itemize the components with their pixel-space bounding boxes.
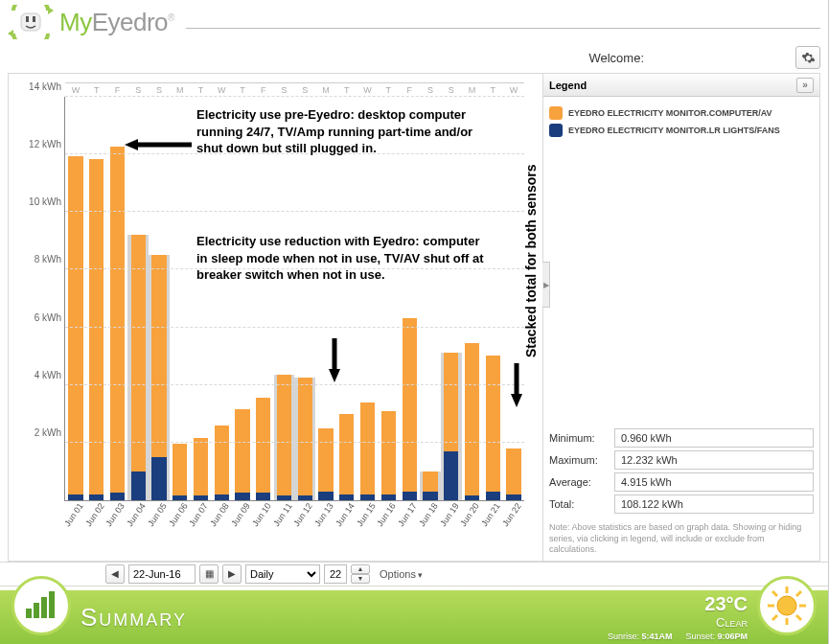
x-axis-tick: Jun 21 (479, 501, 502, 528)
count-down-button[interactable]: ▼ (351, 574, 370, 584)
arrow-icon (327, 338, 342, 382)
svg-marker-10 (511, 394, 522, 407)
y-axis-tick: 14 kWh (19, 81, 65, 92)
count-input[interactable] (324, 564, 347, 584)
legend-expand-button[interactable]: » (796, 78, 814, 93)
x-axis-tick: Jun 14 (334, 501, 357, 528)
x-axis-tick: Jun 10 (250, 501, 273, 528)
svg-rect-14 (49, 591, 55, 618)
count-up-button[interactable]: ▲ (351, 564, 370, 574)
stats-block: Minimum:0.960 kWh Maximum:12.232 kWh Ave… (543, 422, 819, 520)
sunset-time: 9:06PM (717, 632, 748, 641)
svg-line-23 (772, 615, 777, 620)
bar-slot[interactable]: Jun 11 (274, 375, 295, 500)
stat-avg-label: Average: (549, 476, 614, 488)
bar-slot[interactable]: Jun 10 (253, 398, 274, 500)
welcome-label: Welcome: (588, 51, 644, 65)
legend-swatch (549, 106, 563, 120)
date-input[interactable] (128, 564, 196, 584)
date-picker-button[interactable]: ▦ (199, 564, 219, 584)
bar-slot[interactable]: Jun 03 (107, 147, 128, 500)
bar-slot[interactable]: Jun 06 (170, 444, 191, 500)
svg-marker-1 (8, 30, 13, 37)
date-prev-button[interactable]: ◀ (105, 564, 125, 584)
bar-slot[interactable]: Jun 07 (191, 438, 212, 500)
svg-line-22 (796, 591, 801, 596)
bar-slot[interactable]: Jun 17 (399, 318, 420, 500)
bar-slot[interactable]: Jun 01 (65, 156, 86, 500)
bar-slot[interactable]: Jun 22 (503, 448, 524, 500)
x-axis-tick: Jun 07 (188, 501, 211, 528)
summary-badge (12, 576, 71, 635)
chart-pane: WTFSSMTWTFSSMTWTFSSMTW Jun 01Jun 02Jun 0… (8, 73, 542, 562)
panel-collapse-button[interactable]: ▶ (542, 262, 550, 308)
header-divider (186, 28, 820, 29)
bar-slot[interactable]: Jun 08 (211, 426, 232, 500)
y-axis-tick: 6 kWh (19, 311, 65, 322)
stats-note: Note: Above statistics are based on grap… (543, 520, 819, 561)
x-axis-tick: Jun 18 (417, 501, 440, 528)
bar-chart-icon (24, 591, 58, 620)
bar-slot[interactable]: Jun 14 (336, 414, 357, 500)
x-axis-tick: Jun 16 (375, 501, 398, 528)
summary-title: Summary (81, 603, 187, 632)
stat-max-value: 12.232 kWh (614, 450, 814, 470)
svg-point-15 (777, 596, 796, 615)
svg-marker-6 (125, 139, 138, 150)
x-axis-tick: Jun 12 (291, 501, 314, 528)
svg-rect-11 (26, 609, 32, 618)
bar-slot[interactable]: Jun 12 (294, 378, 315, 500)
y-axis-tick: 10 kWh (19, 196, 65, 207)
x-axis-tick: Jun 15 (355, 501, 378, 528)
sun-icon (766, 585, 808, 627)
bar-slot[interactable]: Jun 13 (315, 428, 336, 500)
x-axis-tick: Jun 17 (396, 501, 419, 528)
gear-icon (801, 51, 816, 65)
x-axis-tick: Jun 19 (438, 501, 461, 528)
legend-swatch (549, 124, 563, 137)
granularity-select[interactable]: Daily (245, 564, 320, 584)
stat-total-value: 108.122 kWh (614, 494, 814, 514)
chart-toolbar: ◀ ▦ ▶ Daily ▲ ▼ Options (0, 562, 828, 586)
legend-title: Legend (549, 80, 587, 91)
x-axis-tick: Jun 22 (500, 501, 523, 528)
legend-header: Legend » (543, 74, 819, 97)
energy-chart: WTFSSMTWTFSSMTWTFSSMTW Jun 01Jun 02Jun 0… (14, 80, 540, 540)
svg-rect-4 (33, 16, 35, 22)
bar-slot[interactable]: Jun 21 (482, 356, 503, 500)
y-axis-tick: 2 kWh (19, 426, 65, 437)
x-axis-tick: Jun 06 (167, 501, 190, 528)
bar-slot[interactable]: Jun 15 (357, 402, 379, 500)
legend-label: EYEDRO ELECTRICITY MONITOR.LR LIGHTS/FAN… (568, 126, 780, 135)
bar-slot[interactable]: Jun 09 (232, 409, 253, 500)
weather-block: 23°C Clear Sunrise: 5:41AM Sunset: 9:06P… (608, 593, 748, 641)
svg-rect-12 (34, 603, 39, 618)
settings-button[interactable] (795, 46, 820, 69)
stat-min-label: Minimum: (549, 432, 614, 444)
x-axis-tick: Jun 05 (146, 501, 169, 528)
summary-bar: Summary 23°C Clear Sunrise: 5:41AM Sunse… (0, 590, 828, 644)
annotation-post-eyedro: Electricity use reduction with Eyedro: c… (196, 233, 494, 284)
stat-total-label: Total: (549, 498, 614, 510)
options-menu[interactable]: Options (374, 568, 423, 580)
date-next-button[interactable]: ▶ (222, 564, 242, 584)
legend-item[interactable]: EYEDRO ELECTRICITY MONITOR.LR LIGHTS/FAN… (549, 124, 814, 137)
annotation-pre-eyedro: Electricity use pre-Eyedro: desktop comp… (196, 106, 484, 157)
x-axis-tick: Jun 11 (271, 501, 294, 528)
legend-item[interactable]: EYEDRO ELECTRICITY MONITOR.COMPUTER/AV (549, 106, 814, 120)
svg-line-21 (796, 615, 801, 620)
bar-slot[interactable]: Jun 16 (378, 411, 399, 500)
bar-slot[interactable]: Jun 19 (441, 353, 462, 500)
svg-marker-8 (329, 369, 340, 382)
bar-slot[interactable]: Jun 05 (149, 255, 170, 500)
sunrise-time: 5:41AM (641, 632, 672, 641)
annotation-stacked: Stacked total for both sensors (522, 108, 541, 357)
bar-slot[interactable]: Jun 20 (462, 343, 483, 500)
legend-body: EYEDRO ELECTRICITY MONITOR.COMPUTER/AVEY… (543, 97, 819, 147)
weather-temp: 23°C (608, 593, 748, 615)
bar-slot[interactable]: Jun 18 (420, 472, 441, 500)
x-axis-tick: Jun 02 (83, 501, 106, 528)
brand-logo: MyEyedro® (8, 5, 174, 39)
bar-slot[interactable]: Jun 04 (127, 235, 149, 500)
x-axis-tick: Jun 13 (312, 501, 335, 528)
